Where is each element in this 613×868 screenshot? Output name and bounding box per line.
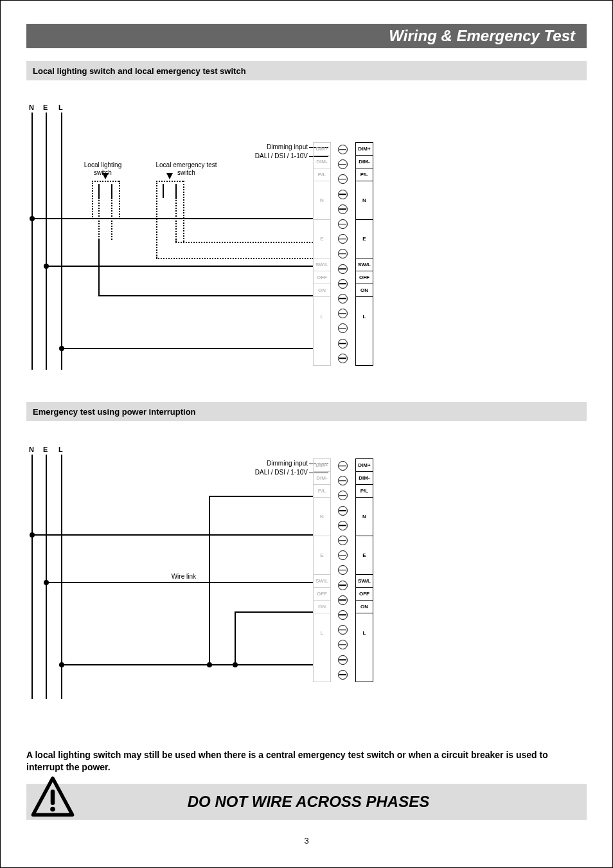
t2-in-pl: P/L [314, 485, 330, 498]
t2-in-l: L [314, 613, 330, 652]
link-h [209, 496, 313, 497]
sw2-right [183, 181, 184, 242]
link-v [209, 496, 210, 664]
wire2-n [31, 534, 313, 536]
screw-icon [338, 219, 348, 229]
sw2-to-pl [156, 258, 313, 259]
svg-point-1 [50, 807, 55, 812]
label-wire-link: Wire link [157, 573, 196, 581]
bus-line-e [46, 113, 47, 370]
label-local-emergency: Local emergency test switch [148, 161, 225, 177]
t-in-pl: P/L [314, 168, 330, 181]
sw1-c1 [98, 184, 100, 198]
node-e [44, 264, 49, 269]
screw-icon [338, 249, 348, 258]
screw-icon [338, 294, 348, 303]
t2-out-n: N [356, 498, 373, 536]
screw-icon [338, 323, 348, 333]
t-in-swl: SW/L [314, 258, 330, 271]
t-out-e: E [356, 220, 373, 258]
screw-icon [338, 581, 348, 590]
t-in-off: OFF [314, 271, 330, 284]
t2-in-on: ON [314, 601, 330, 613]
sw2-to-pl2 [175, 242, 313, 243]
t-out-pl: P/L [356, 168, 373, 181]
warning-bar: DO NOT WIRE ACROSS PHASES [26, 784, 587, 820]
bus-line-l [61, 113, 62, 370]
sw2-top [156, 181, 183, 182]
t2-out-swl: SW/L [356, 575, 373, 588]
t2-in-dimp: DIM+ [314, 459, 330, 472]
t-in-l: L [314, 297, 330, 336]
t-out-on: ON [356, 284, 373, 297]
t-out-swl: SW/L [356, 258, 373, 271]
t2-in-swl: SW/L [314, 575, 330, 588]
t-out-dimm: DIM- [356, 156, 373, 168]
t2-in-n: N [314, 498, 330, 536]
wire2-e [46, 582, 313, 583]
label2-dimming-input: Dimming input [218, 460, 308, 467]
bus-label-n: N [29, 104, 34, 111]
sw1-left [92, 181, 93, 219]
section-heading-2-text: Emergency test using power interruption [33, 407, 196, 417]
footnote-text: A local lighting switch may still be use… [26, 749, 587, 773]
warning-text: DO NOT WIRE ACROSS PHASES [75, 793, 587, 811]
screw-icon [338, 204, 348, 214]
node2-n [30, 532, 35, 538]
bus2-label-e: E [43, 446, 48, 453]
screw-icon [338, 145, 348, 154]
screw-icon [338, 506, 348, 516]
swl-link-v [235, 611, 236, 664]
wire-l [61, 348, 313, 349]
section-heading-1: Local lighting switch and local emergenc… [26, 61, 587, 80]
terminal2-screws [336, 458, 349, 682]
sw2-left [156, 181, 157, 258]
t-in-e: E [314, 220, 330, 258]
screw-icon [338, 234, 348, 244]
sw1-right [119, 181, 120, 219]
t-out-dimp: DIM+ [356, 143, 373, 156]
bus-line-n [31, 113, 33, 370]
swl-link-h [235, 611, 313, 613]
screw-icon [338, 536, 348, 545]
screw-icon [338, 461, 348, 471]
section-heading-1-text: Local lighting switch and local emergenc… [33, 66, 246, 76]
link-node [207, 662, 212, 667]
terminal-block-in: DIM+ DIM- P/L N E SW/L OFF ON L [313, 142, 331, 366]
node2-l [59, 662, 64, 667]
label-dimming-protocol: DALI / DSI / 1-10V [218, 152, 308, 160]
bus2-line-e [46, 455, 47, 699]
terminal-screws [336, 142, 349, 366]
wire-e [46, 266, 313, 267]
t-out-l: L [356, 297, 373, 336]
terminal2-block-out: DIM+ DIM- P/L N E SW/L OFF ON L [355, 458, 373, 682]
sw2-arrow [166, 173, 173, 179]
sw2-c1 [163, 184, 164, 198]
t-in-dimp: DIM+ [314, 143, 330, 156]
t2-out-dimm: DIM- [356, 472, 373, 485]
bus2-label-l: L [58, 446, 63, 453]
page-number: 3 [1, 836, 612, 845]
svg-rect-0 [51, 790, 55, 805]
screw-icon [338, 610, 348, 620]
terminal-block-out: DIM+ DIM- P/L N E SW/L OFF ON L [355, 142, 373, 366]
wiring-diagram-2: N E L Dimming input DALI / DSI / 1-10V W… [29, 446, 427, 716]
bus-label-e: E [43, 104, 48, 111]
screw-icon [338, 159, 348, 169]
t2-in-dimm: DIM- [314, 472, 330, 485]
wire-swl [98, 295, 313, 296]
sw2-drop [175, 198, 177, 242]
screw-icon [338, 521, 348, 530]
screw-icon [338, 491, 348, 500]
screw-icon [338, 655, 348, 665]
wire-swl-v [98, 240, 100, 296]
screw-icon [338, 550, 348, 560]
screw-icon [338, 476, 348, 485]
bus-label-l: L [58, 104, 63, 111]
t2-out-dimp: DIM+ [356, 459, 373, 472]
t2-out-e: E [356, 536, 373, 575]
sw1-top [92, 181, 119, 182]
sw2-c2 [175, 184, 177, 198]
screw-icon [338, 565, 348, 575]
t2-out-on: ON [356, 601, 373, 613]
